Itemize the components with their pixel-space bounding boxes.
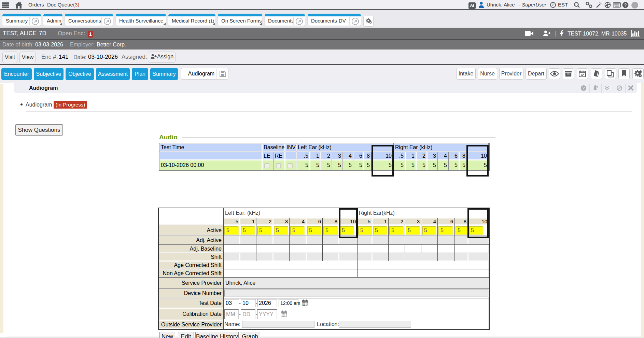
svg-text:?: ? — [582, 86, 585, 90]
svg-text:?: ? — [624, 2, 627, 8]
